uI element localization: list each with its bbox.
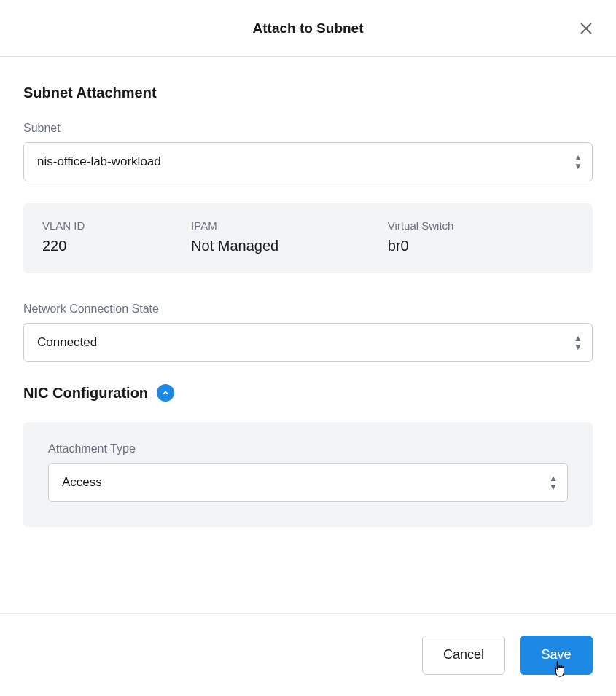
save-button[interactable]: Save [520, 636, 593, 675]
info-col-ipam: IPAM Not Managed [191, 219, 388, 254]
virtual-switch-label: Virtual Switch [388, 219, 574, 232]
connection-state-value: Connected [23, 323, 593, 362]
ipam-value: Not Managed [191, 238, 388, 254]
subnet-select[interactable]: nis-office-lab-workload ▲▼ [23, 142, 593, 181]
modal-header: Attach to Subnet [0, 0, 616, 57]
section-heading-subnet-attachment: Subnet Attachment [23, 85, 593, 101]
subnet-label: Subnet [23, 122, 593, 135]
modal-title: Attach to Subnet [253, 20, 364, 36]
close-icon[interactable] [578, 20, 594, 36]
attachment-type-label: Attachment Type [48, 442, 568, 455]
info-col-vswitch: Virtual Switch br0 [388, 219, 574, 254]
virtual-switch-value: br0 [388, 238, 574, 254]
connection-state-label: Network Connection State [23, 302, 593, 316]
vlan-id-label: VLAN ID [42, 219, 191, 232]
nic-config-heading-row: NIC Configuration [23, 384, 593, 402]
connection-state-select[interactable]: Connected ▲▼ [23, 323, 593, 362]
modal-footer: Cancel Save [0, 613, 616, 696]
subnet-select-value: nis-office-lab-workload [23, 142, 593, 181]
info-col-vlan: VLAN ID 220 [42, 219, 191, 254]
section-heading-nic-config: NIC Configuration [23, 385, 148, 402]
attachment-type-value: Access [48, 463, 568, 502]
collapse-toggle-icon[interactable] [157, 384, 174, 402]
modal-body: Subnet Attachment Subnet nis-office-lab-… [0, 57, 616, 549]
cancel-button[interactable]: Cancel [422, 636, 505, 675]
ipam-label: IPAM [191, 219, 388, 232]
vlan-id-value: 220 [42, 238, 191, 254]
nic-config-panel: Attachment Type Access ▲▼ [23, 422, 593, 527]
attachment-type-select[interactable]: Access ▲▼ [48, 463, 568, 502]
subnet-info-panel: VLAN ID 220 IPAM Not Managed Virtual Swi… [23, 203, 593, 273]
